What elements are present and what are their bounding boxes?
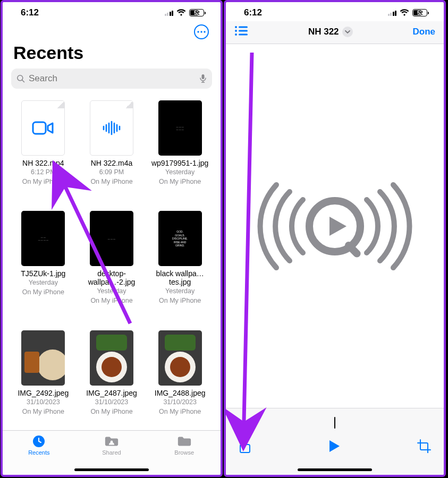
home-indicator[interactable] — [298, 468, 372, 471]
svg-point-0 — [197, 31, 199, 32]
svg-point-1 — [200, 31, 202, 32]
file-name: wp9179951-1.jpg — [151, 159, 208, 167]
file-location: On My iPhone — [159, 407, 201, 416]
file-location: On My iPhone — [159, 177, 201, 186]
file-time: 31/10/2023 — [95, 398, 129, 407]
crop-rotate-button[interactable] — [417, 439, 431, 455]
image-thumbnail: — — —— — — — [158, 100, 202, 156]
file-item[interactable]: IMG_2492.jpeg 31/10/2023 On My iPhone — [10, 330, 77, 430]
file-item[interactable]: IMG_2488.jpeg 31/10/2023 On My iPhone — [147, 330, 213, 430]
file-time: Yesterday — [29, 278, 58, 287]
file-name: TJ5ZUk-1.jpg — [21, 269, 65, 278]
done-button[interactable]: Done — [412, 27, 435, 37]
svg-rect-22 — [239, 34, 248, 36]
file-item[interactable]: — —— — — — TJ5ZUk-1.jpg Yesterday On My … — [10, 211, 77, 319]
svg-point-21 — [235, 33, 237, 36]
preview-toolbar — [226, 408, 444, 475]
file-location: On My iPhone — [22, 177, 64, 186]
file-time: Yesterday — [165, 287, 195, 296]
search-icon — [16, 74, 25, 83]
media-preview-screen: 6:12 52 NH 322 Done — [224, 0, 446, 477]
share-button[interactable] — [239, 438, 251, 456]
preview-body — [226, 44, 444, 408]
file-item[interactable]: IMG_2487.jpeg 31/10/2023 On My iPhone — [79, 330, 145, 430]
battery-icon: 52 — [189, 9, 206, 16]
image-thumbnail: GOD. GOALS. DISCIPLINE. RISE AND GRIND. — [158, 211, 202, 266]
svg-rect-6 — [33, 122, 46, 134]
file-item[interactable]: GOD. GOALS. DISCIPLINE. RISE AND GRIND. … — [147, 211, 213, 319]
wifi-icon — [176, 9, 186, 16]
file-item[interactable]: — — —— — — wp9179951-1.jpg Yesterday On … — [147, 100, 213, 200]
image-thumbnail — [90, 330, 133, 386]
folder-icon — [177, 435, 192, 448]
file-location: On My iPhone — [22, 288, 64, 297]
playhead-icon — [334, 417, 335, 429]
file-name: NH 322.m4a — [91, 159, 133, 167]
wifi-icon — [400, 9, 409, 16]
file-time: 31/10/2023 — [27, 398, 60, 407]
file-location: On My iPhone — [90, 407, 132, 416]
play-button[interactable] — [328, 439, 341, 455]
tab-label: Browse — [174, 449, 194, 456]
status-bar: 6:12 52 — [226, 2, 444, 21]
image-thumbnail — [21, 330, 65, 386]
video-file-icon — [21, 100, 65, 156]
audio-placeholder-icon — [244, 178, 425, 274]
shared-folder-icon — [104, 435, 119, 448]
tab-label: Shared — [102, 449, 121, 456]
file-time: 6:09 PM — [99, 168, 124, 177]
svg-rect-18 — [239, 27, 248, 28]
svg-point-2 — [204, 31, 205, 32]
file-name: desktop-wallpa…-2.jpg — [79, 269, 145, 286]
microphone-icon[interactable] — [199, 74, 207, 83]
cellular-signal-icon — [388, 10, 397, 16]
image-thumbnail — [158, 330, 202, 386]
audio-file-icon — [90, 100, 133, 156]
list-button[interactable] — [234, 25, 248, 38]
file-location: On My iPhone — [90, 296, 132, 305]
timeline-scrubber[interactable] — [226, 416, 444, 430]
status-time: 6:12 — [21, 7, 39, 18]
file-time: 6:12 PM — [31, 168, 56, 177]
chevron-down-icon[interactable] — [342, 27, 353, 37]
svg-rect-5 — [202, 74, 205, 79]
file-item[interactable]: NH 322.m4a 6:09 PM On My iPhone — [79, 100, 145, 200]
file-name: IMG_2487.jpeg — [86, 389, 137, 397]
files-app-screen: 6:12 52 Recents NH 322.mp4 6:12 PM On — [1, 0, 223, 477]
status-time: 6:12 — [244, 7, 262, 18]
cellular-signal-icon — [165, 10, 174, 16]
file-name: IMG_2492.jpeg — [18, 389, 69, 397]
file-location: On My iPhone — [22, 407, 64, 416]
svg-point-17 — [235, 26, 237, 28]
page-title: Recents — [3, 39, 221, 69]
file-location: On My iPhone — [90, 177, 132, 186]
home-indicator[interactable] — [74, 468, 149, 471]
svg-rect-20 — [239, 30, 248, 32]
status-bar: 6:12 52 — [3, 2, 221, 21]
tab-label: Recents — [28, 449, 49, 456]
search-field[interactable] — [11, 69, 212, 89]
image-thumbnail: — — — — [90, 211, 133, 266]
files-grid: NH 322.mp4 6:12 PM On My iPhone NH 322.m… — [3, 94, 221, 430]
file-item[interactable]: — — — desktop-wallpa…-2.jpg Yesterday On… — [79, 211, 145, 319]
file-item[interactable]: NH 322.mp4 6:12 PM On My iPhone — [10, 100, 77, 200]
file-name: black wallpa…tes.jpg — [147, 269, 213, 286]
clock-icon — [31, 435, 46, 448]
preview-title: NH 322 — [308, 27, 339, 37]
file-time: Yesterday — [97, 287, 126, 296]
svg-point-19 — [235, 30, 237, 32]
file-time: 31/10/2023 — [163, 398, 197, 407]
svg-line-4 — [22, 80, 24, 82]
battery-icon: 52 — [412, 9, 429, 16]
more-options-button[interactable] — [194, 24, 209, 39]
file-name: IMG_2488.jpeg — [155, 389, 206, 397]
preview-header: NH 322 Done — [226, 21, 444, 44]
search-input[interactable] — [29, 73, 196, 84]
file-time: Yesterday — [165, 168, 195, 177]
file-location: On My iPhone — [159, 296, 201, 305]
file-name: NH 322.mp4 — [22, 159, 64, 167]
image-thumbnail: — —— — — — — [21, 211, 65, 266]
